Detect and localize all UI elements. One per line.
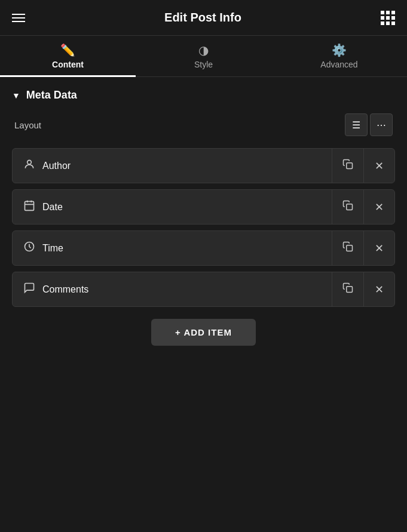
date-text: Date [42,202,63,213]
hamburger-menu-icon[interactable] [12,14,25,22]
svg-rect-1 [347,163,353,169]
close-icon: ✕ [375,242,384,255]
layout-buttons: ☰ ⋯ [345,113,393,136]
time-actions: ✕ [332,231,394,265]
item-date-label: Date [13,190,332,224]
more-dots-icon: ⋯ [377,119,386,131]
duplicate-icon [342,200,353,214]
item-time-label: Time [13,231,332,265]
author-actions: ✕ [332,149,394,183]
tab-content[interactable]: ✏️ Content [0,36,136,76]
author-text: Author [42,161,71,171]
author-delete-button[interactable]: ✕ [363,149,394,183]
pencil-icon: ✏️ [60,44,75,56]
tab-content-label: Content [52,60,84,69]
close-icon: ✕ [375,159,384,173]
comments-duplicate-button[interactable] [332,272,363,306]
close-icon: ✕ [375,201,384,214]
list-icon: ☰ [352,119,360,131]
time-duplicate-button[interactable] [332,231,363,265]
author-icon [23,158,35,173]
comments-text: Comments [42,284,88,295]
duplicate-icon [342,282,353,296]
time-text: Time [42,243,63,254]
add-item-button[interactable]: + ADD ITEM [151,319,256,346]
item-author-label: Author [13,149,332,183]
contrast-icon: ◑ [198,44,209,56]
item-comments-label: Comments [13,272,332,306]
item-row-author: Author ✕ [12,148,395,183]
svg-point-0 [27,160,32,164]
author-duplicate-button[interactable] [332,149,363,183]
section-arrow-icon: ▼ [12,91,20,100]
time-delete-button[interactable]: ✕ [363,231,394,265]
item-row-time: Time ✕ [12,230,395,266]
close-icon: ✕ [375,283,384,296]
item-row-comments: Comments ✕ [12,272,395,307]
svg-rect-6 [347,287,353,293]
date-actions: ✕ [332,190,394,224]
header: Edit Post Info [0,0,407,36]
layout-row: Layout ☰ ⋯ [12,113,395,136]
page-title: Edit Post Info [164,11,241,24]
comments-actions: ✕ [332,272,394,306]
comments-icon [23,282,35,297]
layout-list-button[interactable]: ☰ [345,113,368,136]
items-list: Author ✕ [12,148,395,307]
section-title: Meta Data [26,89,77,102]
comments-delete-button[interactable]: ✕ [363,272,394,306]
content-area: ▼ Meta Data Layout ☰ ⋯ Author [0,77,407,358]
duplicate-icon [342,159,353,173]
gear-icon: ⚙️ [332,44,347,56]
date-delete-button[interactable]: ✕ [363,190,394,224]
tab-style-label: Style [194,60,213,69]
date-duplicate-button[interactable] [332,190,363,224]
section-header: ▼ Meta Data [12,89,395,102]
svg-rect-5 [347,245,353,251]
tab-advanced-label: Advanced [320,60,357,69]
svg-rect-3 [347,204,353,210]
tabs-bar: ✏️ Content ◑ Style ⚙️ Advanced [0,36,407,77]
add-item-container: + ADD ITEM [12,319,395,346]
svg-rect-2 [25,201,34,210]
layout-label: Layout [14,120,41,130]
tab-style[interactable]: ◑ Style [136,36,271,76]
clock-icon [23,241,35,256]
item-row-date: Date ✕ [12,189,395,225]
layout-more-button[interactable]: ⋯ [370,113,393,136]
grid-menu-icon[interactable] [381,11,395,25]
tab-advanced[interactable]: ⚙️ Advanced [271,36,407,76]
duplicate-icon [342,241,353,255]
calendar-icon [23,199,35,214]
